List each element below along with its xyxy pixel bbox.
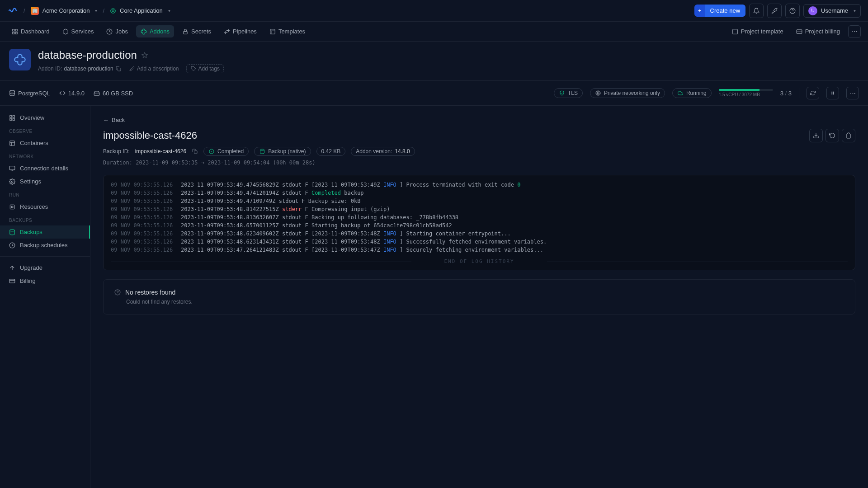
addon-status-bar: PostgreSQL 14.9.0 60 GB SSD TLS Private … [0, 80, 868, 106]
gear-icon [9, 178, 15, 185]
breadcrumb-org[interactable]: 🏢 Acme Corporation ▾ [31, 7, 98, 15]
page-title: impossible-cast-4626 [103, 130, 197, 141]
deploy-button[interactable] [767, 4, 782, 18]
download-icon [813, 132, 819, 139]
project-billing-button[interactable]: Project billing [792, 25, 844, 38]
chevron-down-icon: ▾ [168, 8, 170, 13]
svg-rect-17 [10, 115, 12, 117]
main-content: ← Back impossible-cast-4626 Backup ID: i… [90, 106, 868, 488]
star-icon[interactable] [142, 52, 148, 58]
tab-dashboard[interactable]: Dashboard [7, 25, 54, 38]
help-icon [114, 289, 121, 296]
svg-rect-28 [9, 279, 15, 282]
sidebar-item-schedules[interactable]: Backup schedules [0, 239, 90, 252]
topbar: / 🏢 Acme Corporation ▾ / Core Applicatio… [0, 0, 868, 22]
logo-icon[interactable] [7, 5, 18, 16]
addon-id: Addon ID: database-production [38, 66, 122, 72]
more-button[interactable]: ⋯ [848, 25, 861, 38]
sidebar-item-backups[interactable]: Backups [0, 225, 90, 239]
secrets-icon [182, 28, 189, 35]
log-line: 09 NOV 09:53:55.1262023-11-09T09:53:47.2… [104, 246, 855, 254]
back-link[interactable]: ← Back [103, 117, 125, 123]
backup-size-chip: 0.42 KB [316, 147, 346, 156]
resources-icon [9, 204, 15, 210]
svg-rect-12 [118, 68, 121, 71]
log-line: 09 NOV 09:53:55.1262023-11-09T09:53:48.8… [104, 213, 855, 221]
app-name: Core Application [120, 7, 163, 14]
breadcrumb-app[interactable]: Core Application ▾ [110, 7, 170, 14]
svg-point-0 [111, 8, 116, 13]
sidebar-group-observe: OBSERVE [0, 124, 90, 136]
log-line: 09 NOV 09:53:55.1262023-11-09T09:53:48.6… [104, 230, 855, 238]
sidebar-item-overview[interactable]: Overview [0, 111, 90, 124]
status-completed-chip: Completed [203, 147, 249, 156]
add-tags[interactable]: Add tags [186, 64, 224, 73]
create-new-button[interactable]: Create new [705, 5, 745, 17]
help-button[interactable] [785, 4, 800, 18]
restore-icon [829, 132, 835, 139]
tab-addons[interactable]: Addons [136, 25, 174, 38]
restore-button[interactable] [826, 129, 839, 142]
log-line: 09 NOV 09:53:55.1262023-11-09T09:53:48.6… [104, 221, 855, 230]
create-plus-button[interactable]: + [694, 5, 705, 17]
chevron-down-icon: ▾ [854, 8, 856, 13]
more-icon: ⋯ [852, 28, 858, 35]
log-line: 09 NOV 09:53:55.1262023-11-09T09:53:48.6… [104, 238, 855, 246]
template-icon [732, 28, 738, 35]
svg-rect-6 [13, 32, 14, 34]
database-icon [9, 90, 15, 96]
dashboard-icon [12, 28, 18, 35]
addon-type-icon [9, 49, 31, 70]
sidebar-item-settings[interactable]: Settings [0, 175, 90, 188]
tab-secrets[interactable]: Secrets [178, 25, 216, 38]
templates-icon [269, 28, 276, 35]
duration-row: Duration: 2023-11-09 09:53:35 → 2023-11-… [103, 160, 855, 166]
sidebar-item-resources[interactable]: Resources [0, 200, 90, 213]
tag-icon [190, 66, 197, 72]
delete-button[interactable] [842, 129, 855, 142]
resource-usage: 1.5 vCPU / 3072 MB [719, 89, 773, 97]
avatar: U [808, 6, 817, 15]
svg-rect-24 [10, 205, 14, 209]
svg-point-31 [260, 149, 264, 150]
tab-templates[interactable]: Templates [265, 25, 310, 38]
tab-services[interactable]: Services [58, 25, 99, 38]
user-menu[interactable]: U Username ▾ [803, 4, 861, 18]
networking-badge: Private networking only [590, 88, 665, 98]
tab-pipelines[interactable]: Pipelines [219, 25, 261, 38]
containers-icon [9, 140, 15, 146]
pause-button[interactable] [826, 87, 839, 99]
sidebar-item-connection[interactable]: Connection details [0, 162, 90, 175]
org-icon: 🏢 [31, 7, 39, 15]
project-template-button[interactable]: Project template [727, 25, 788, 38]
sidebar-item-billing[interactable]: Billing [0, 274, 90, 287]
restart-button[interactable] [807, 87, 819, 99]
sidebar-group-run: RUN [0, 188, 90, 200]
sidebar-group-network: NETWORK [0, 150, 90, 162]
restores-title: No restores found [125, 289, 175, 296]
svg-point-26 [10, 230, 15, 231]
download-button[interactable] [809, 129, 823, 142]
version-icon [59, 90, 66, 96]
log-end: END OF LOG HISTORY [104, 258, 855, 264]
running-badge: Running [672, 88, 712, 98]
notifications-button[interactable] [749, 4, 764, 18]
restores-panel: No restores found Could not find any res… [103, 279, 855, 314]
overview-icon [9, 115, 15, 121]
help-icon [789, 8, 796, 14]
svg-rect-25 [11, 206, 13, 208]
copy-icon[interactable] [192, 148, 198, 155]
addon-header: database-production Addon ID: database-p… [0, 42, 868, 80]
copy-icon[interactable] [115, 66, 122, 72]
svg-point-23 [11, 181, 13, 183]
sidebar-group-backups: BACKUPS [0, 213, 90, 225]
more-actions-button[interactable]: ⋯ [846, 87, 859, 99]
svg-rect-18 [13, 115, 14, 117]
add-description[interactable]: Add a description [129, 66, 179, 72]
replica-count: 3 / 3 [780, 90, 792, 97]
tab-jobs[interactable]: Jobs [102, 25, 132, 38]
sidebar-item-containers[interactable]: Containers [0, 136, 90, 150]
backup-id-label: Backup ID: [103, 148, 130, 155]
bell-icon [753, 8, 760, 14]
sidebar-item-upgrade[interactable]: Upgrade [0, 261, 90, 274]
